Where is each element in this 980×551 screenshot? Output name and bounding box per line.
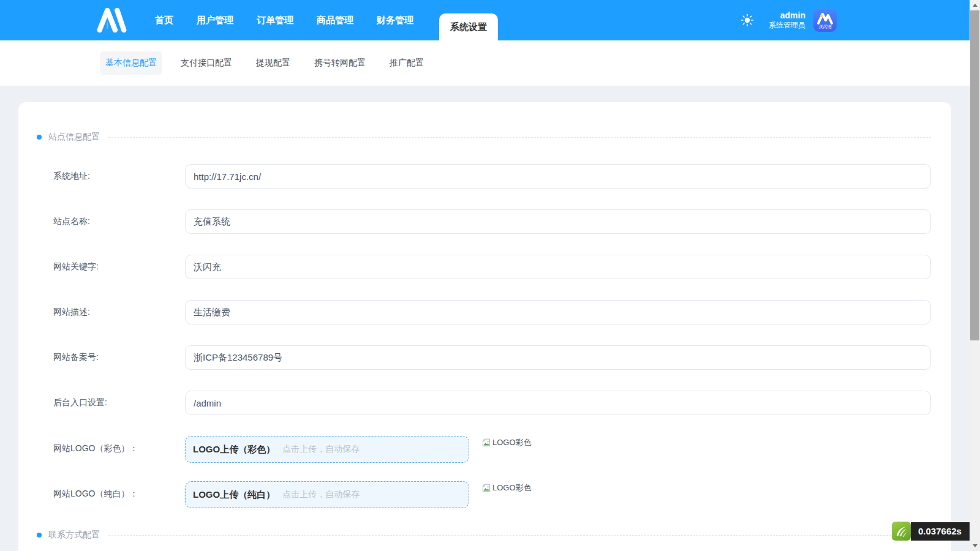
tab[interactable]: 基本信息配置: [100, 51, 162, 75]
top-navbar: 首页用户管理订单管理商品管理财务管理系统设置 admin 系统管理员: [0, 0, 970, 40]
form-row: 后台入口设置:: [35, 391, 931, 415]
scrollbar[interactable]: [970, 0, 980, 551]
logo-preview: LOGO彩色: [481, 437, 532, 450]
tab[interactable]: 支付接口配置: [175, 51, 238, 75]
logo-preview-alt-text: LOGO彩色: [492, 482, 532, 493]
field-label: 网站备案号:: [35, 352, 185, 363]
nav-item-label: 用户管理: [197, 15, 233, 26]
upload-button-label: LOGO上传（彩色）: [193, 444, 275, 455]
nav-item[interactable]: 商品管理: [317, 0, 353, 40]
broken-image-icon: [481, 482, 491, 495]
section-header-contact: 联系方式配置: [35, 530, 931, 540]
field-label: 网站LOGO（彩色）：: [35, 443, 185, 454]
tab[interactable]: 携号转网配置: [309, 51, 371, 75]
field-label: 网站关键字:: [35, 261, 185, 272]
text-input[interactable]: [185, 300, 931, 324]
username: admin: [769, 10, 805, 21]
user-info[interactable]: admin 系统管理员: [769, 10, 805, 29]
theme-toggle-sun-icon[interactable]: [741, 13, 754, 27]
logo-upload-row: 网站LOGO（纯白）： LOGO上传（纯白） 点击上传，自动保存 LOGO彩色: [35, 481, 931, 508]
section-bullet-dot: [37, 533, 42, 538]
settings-card: 站点信息配置 系统地址: 站点名称: 网站关键字: 网站描述: 网站备案号: 后…: [18, 102, 951, 551]
logo-upload-row: 网站LOGO（彩色）： LOGO上传（彩色） 点击上传，自动保存 LOGO彩色: [35, 436, 931, 463]
upload-hint: 点击上传，自动保存: [282, 489, 360, 500]
text-input[interactable]: [185, 164, 931, 189]
form-fields: 系统地址: 站点名称: 网站关键字: 网站描述: 网站备案号: 后台入口设置:: [35, 164, 931, 415]
form-row: 系统地址:: [35, 164, 931, 189]
nav-item-label: 首页: [155, 15, 173, 26]
broken-image-icon: [481, 437, 491, 450]
section-divider: [108, 137, 931, 138]
page-load-time-badge: 0.037662s: [911, 522, 970, 541]
scrollbar-thumb[interactable]: [970, 10, 979, 340]
main-content: 站点信息配置 系统地址: 站点名称: 网站关键字: 网站描述: 网站备案号: 后…: [0, 86, 970, 551]
nav-item[interactable]: 用户管理: [197, 0, 233, 40]
navbar-right-cluster: admin 系统管理员 沃闪充: [741, 0, 837, 40]
field-label: 站点名称:: [35, 216, 185, 227]
section-divider: [108, 535, 931, 536]
nav-item[interactable]: 订单管理: [257, 0, 293, 40]
nav-item[interactable]: 系统设置: [439, 13, 498, 40]
text-input[interactable]: [185, 345, 931, 370]
field-label: 网站LOGO（纯白）：: [35, 489, 185, 500]
field-label: 后台入口设置:: [35, 397, 185, 408]
nav-item[interactable]: 财务管理: [377, 0, 413, 40]
tab[interactable]: 提现配置: [251, 51, 296, 75]
logo-upload-fields: 网站LOGO（彩色）： LOGO上传（彩色） 点击上传，自动保存 LOGO彩色 …: [35, 436, 931, 508]
form-row: 网站备案号:: [35, 345, 931, 370]
main-nav: 首页用户管理订单管理商品管理财务管理系统设置: [155, 0, 498, 40]
settings-tabbar: 基本信息配置支付接口配置提现配置携号转网配置推广配置: [0, 40, 970, 86]
logo-preview: LOGO彩色: [481, 482, 532, 495]
logo-preview-alt-text: LOGO彩色: [492, 437, 532, 448]
section-title: 联系方式配置: [48, 530, 100, 541]
upload-hint: 点击上传，自动保存: [282, 444, 360, 455]
section-title: 站点信息配置: [48, 132, 100, 143]
scrollbar-up-arrow[interactable]: [970, 0, 980, 10]
avatar-logo-text: 沃闪充: [819, 24, 832, 29]
page: 首页用户管理订单管理商品管理财务管理系统设置 admin 系统管理员: [0, 0, 980, 551]
debug-toolbar: 0.037662s: [892, 522, 970, 541]
upload-dropzone[interactable]: LOGO上传（彩色） 点击上传，自动保存: [185, 436, 469, 463]
field-label: 系统地址:: [35, 171, 185, 182]
nav-item-label: 订单管理: [257, 15, 293, 26]
upload-dropzone[interactable]: LOGO上传（纯白） 点击上传，自动保存: [185, 481, 469, 508]
form-row: 网站关键字:: [35, 255, 931, 279]
text-input[interactable]: [185, 391, 931, 415]
thinkphp-trace-icon[interactable]: [892, 522, 911, 541]
form-row: 网站描述:: [35, 300, 931, 324]
upload-button-label: LOGO上传（纯白）: [193, 489, 275, 501]
nav-item[interactable]: 首页: [155, 0, 173, 40]
field-label: 网站描述:: [35, 307, 185, 318]
text-input[interactable]: [185, 209, 931, 234]
nav-item-label: 财务管理: [377, 15, 413, 26]
section-header-site-info: 站点信息配置: [35, 132, 931, 142]
tab[interactable]: 推广配置: [384, 51, 429, 75]
avatar[interactable]: 沃闪充: [813, 9, 837, 32]
text-input[interactable]: [185, 255, 931, 279]
user-role: 系统管理员: [769, 21, 805, 29]
form-row: 站点名称:: [35, 209, 931, 234]
nav-item-label: 商品管理: [317, 15, 353, 26]
nav-item-label: 系统设置: [450, 21, 487, 33]
brand-logo-icon[interactable]: [95, 6, 128, 35]
scrollbar-down-arrow[interactable]: [970, 541, 980, 551]
section-bullet-dot: [37, 135, 42, 140]
